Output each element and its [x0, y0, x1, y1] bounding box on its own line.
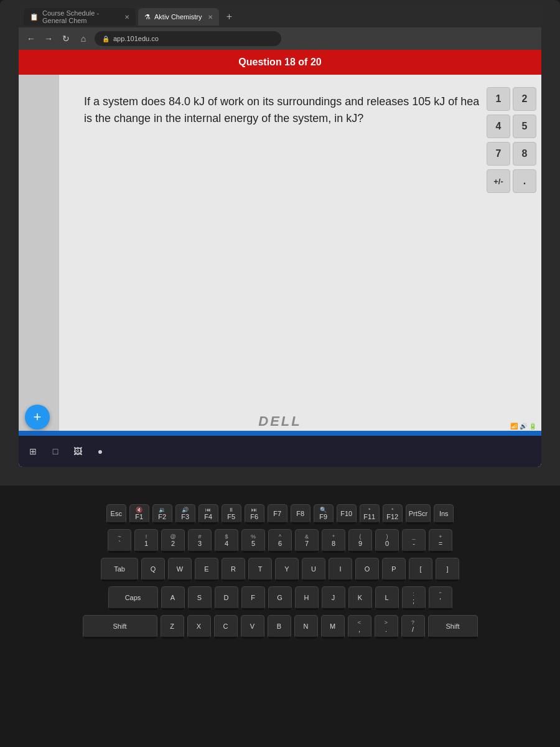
key-l[interactable]: L	[375, 586, 399, 610]
laptop-shell: 📋 Course Schedule - General Chem ✕ ⚗ Akt…	[0, 0, 560, 486]
key-minus[interactable]: _-	[402, 529, 426, 553]
refresh-button[interactable]: ↻	[60, 32, 72, 45]
key-f4[interactable]: ⏮F4	[198, 504, 218, 524]
key-c[interactable]: C	[214, 615, 238, 639]
key-f2[interactable]: 🔉F2	[152, 504, 172, 524]
tab-aktiv-close-icon[interactable]: ✕	[208, 14, 213, 21]
calc-btn-8[interactable]: 8	[513, 142, 536, 166]
key-d[interactable]: D	[215, 586, 238, 610]
tab-course-schedule[interactable]: 📋 Course Schedule - General Chem ✕	[24, 8, 136, 26]
key-period[interactable]: >.	[375, 615, 398, 639]
key-1[interactable]: !1	[134, 529, 158, 553]
key-r[interactable]: R	[222, 558, 245, 581]
key-slash[interactable]: ?/	[401, 615, 425, 639]
tab-close-icon[interactable]: ✕	[124, 14, 129, 21]
key-x[interactable]: X	[187, 615, 211, 639]
add-note-button[interactable]: +	[25, 405, 50, 430]
key-m[interactable]: M	[321, 615, 345, 639]
key-o[interactable]: O	[355, 558, 379, 581]
key-i[interactable]: I	[329, 558, 352, 581]
key-f[interactable]: F	[241, 586, 265, 610]
calc-btn-1[interactable]: 1	[487, 87, 510, 111]
taskbar-pictures[interactable]: 🖼	[68, 442, 87, 461]
key-f11[interactable]: *F11	[360, 504, 380, 524]
taskbar-chrome[interactable]: ●	[91, 442, 110, 461]
key-insert[interactable]: Ins	[434, 504, 454, 524]
key-7[interactable]: &7	[295, 529, 319, 553]
windows-taskbar: ⊞ □ 🖼 ●	[19, 436, 541, 467]
home-button[interactable]: ⌂	[77, 32, 90, 45]
key-v[interactable]: V	[241, 615, 264, 639]
key-z[interactable]: Z	[161, 615, 184, 639]
key-quote[interactable]: "'	[429, 586, 452, 610]
key-y[interactable]: Y	[275, 558, 299, 581]
key-lshift[interactable]: Shift	[83, 615, 157, 639]
key-e[interactable]: E	[195, 558, 218, 581]
key-k[interactable]: K	[348, 586, 372, 610]
taskbar-file-explorer[interactable]: □	[46, 442, 65, 461]
windows-start-button[interactable]: ⊞	[24, 442, 42, 461]
calc-btn-2[interactable]: 2	[513, 87, 536, 111]
key-u[interactable]: U	[302, 558, 325, 581]
screen-bezel: 📋 Course Schedule - General Chem ✕ ⚗ Akt…	[19, 6, 541, 467]
key-rbracket[interactable]: ]	[436, 558, 459, 581]
key-h[interactable]: H	[295, 586, 319, 610]
key-w[interactable]: W	[168, 558, 192, 581]
key-f5[interactable]: ⏸F5	[222, 504, 241, 524]
key-s[interactable]: S	[188, 586, 212, 610]
new-tab-button[interactable]: +	[222, 9, 236, 24]
key-equals[interactable]: +=	[429, 529, 452, 553]
key-rshift[interactable]: Shift	[428, 615, 478, 639]
key-f7[interactable]: F7	[268, 504, 287, 524]
key-tilde[interactable]: ~`	[108, 529, 131, 553]
key-j[interactable]: J	[322, 586, 345, 610]
forward-button[interactable]: →	[42, 32, 55, 45]
key-esc[interactable]: Esc	[106, 504, 126, 524]
question-header: Question 18 of 20	[19, 50, 541, 75]
key-4[interactable]: $4	[215, 529, 238, 553]
key-f1[interactable]: 🔇F1	[129, 504, 149, 524]
key-2[interactable]: @2	[161, 529, 185, 553]
key-f3[interactable]: 🔊F3	[175, 504, 195, 524]
key-f12[interactable]: *F12	[383, 504, 403, 524]
calc-btn-dot[interactable]: .	[513, 169, 536, 193]
key-caps[interactable]: Caps	[108, 586, 158, 610]
key-semicolon[interactable]: :;	[402, 586, 426, 610]
shift-row: Shift Z X C V B N M <, >. ?/ Shift	[83, 615, 478, 639]
tab-aktiv[interactable]: ⚗ Aktiv Chemistry ✕	[138, 8, 219, 26]
key-6[interactable]: ^6	[268, 529, 292, 553]
key-f10[interactable]: F10	[337, 504, 357, 524]
calc-btn-5[interactable]: 5	[513, 115, 536, 138]
key-lbracket[interactable]: [	[409, 558, 432, 581]
key-n[interactable]: N	[294, 615, 318, 639]
key-f6[interactable]: ⏭F6	[245, 504, 264, 524]
home-row: Caps A S D F G H J K L :; "'	[108, 586, 452, 610]
question-counter: Question 18 of 20	[238, 57, 321, 68]
key-q[interactable]: Q	[141, 558, 165, 581]
key-g[interactable]: G	[268, 586, 292, 610]
calculator-panel: 1 2 4 5 7 8 +/- .	[479, 75, 541, 436]
key-comma[interactable]: <,	[348, 615, 371, 639]
main-content: If a system does 84.0 kJ of work on its …	[59, 75, 541, 436]
key-t[interactable]: T	[248, 558, 272, 581]
browser-blue-bar	[19, 431, 541, 436]
key-p[interactable]: P	[382, 558, 406, 581]
key-9[interactable]: (9	[348, 529, 372, 553]
keyboard-area: Esc 🔇F1 🔉F2 🔊F3 ⏮F4 ⏸F5 ⏭F6 F7 F8 🔍F9 F1…	[0, 492, 560, 747]
calc-btn-4[interactable]: 4	[487, 115, 510, 138]
key-8[interactable]: *8	[322, 529, 345, 553]
calc-btn-7[interactable]: 7	[487, 142, 510, 166]
key-f8[interactable]: F8	[291, 504, 310, 524]
key-b[interactable]: B	[268, 615, 291, 639]
key-tab[interactable]: Tab	[101, 558, 138, 581]
key-a[interactable]: A	[161, 586, 185, 610]
key-3[interactable]: #3	[188, 529, 212, 553]
key-0[interactable]: )0	[375, 529, 399, 553]
back-button[interactable]: ←	[25, 32, 37, 45]
key-prtscr[interactable]: PrtScr	[406, 504, 431, 524]
address-bar[interactable]: 🔒 app.101edu.co	[95, 31, 281, 46]
calc-btn-plusminus[interactable]: +/-	[487, 169, 510, 193]
key-5[interactable]: %5	[241, 529, 265, 553]
calc-row-4: +/- .	[487, 169, 536, 193]
key-f9[interactable]: 🔍F9	[314, 504, 334, 524]
